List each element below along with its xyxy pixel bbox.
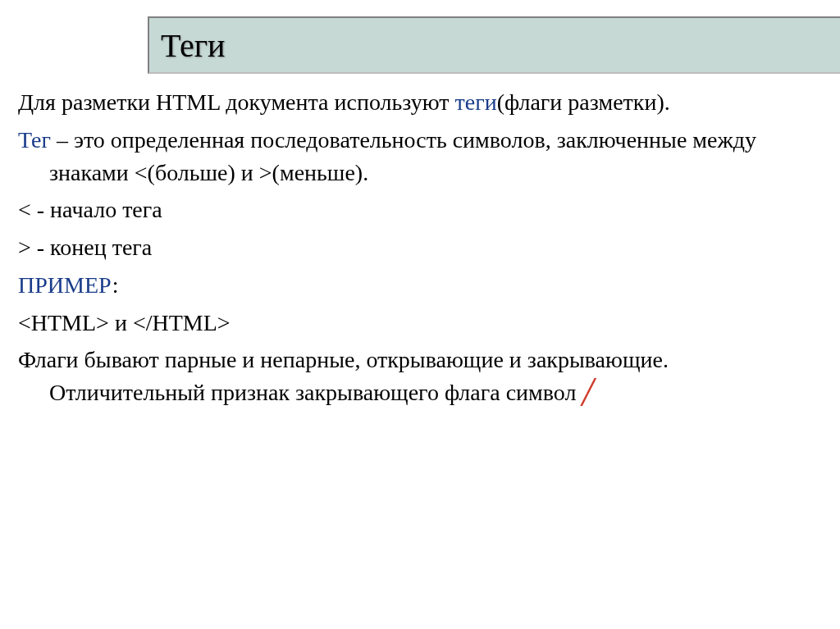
term-tags: теги (455, 89, 497, 115)
line-example-code: <HTML> и </HTML> (18, 307, 822, 340)
text: Для разметки HTML документа используют (18, 89, 455, 115)
line-start-tag: < - начало тега (18, 194, 822, 226)
line-end-tag: > - конец тега (18, 231, 822, 264)
text: – это определенная последовательность си… (49, 127, 756, 185)
label-example: ПРИМЕР (18, 272, 112, 298)
paragraph-definition: Тег – это определенная последовательност… (18, 124, 822, 189)
text: : (112, 272, 119, 298)
text: Флаги бывают парные и непарные, открываю… (18, 347, 669, 405)
title-bar: Теги (148, 16, 840, 74)
term-tag: Тег (18, 127, 51, 153)
text: (флаги разметки). (497, 89, 670, 115)
paragraph-flags: Флаги бывают парные и непарные, открываю… (18, 344, 822, 409)
paragraph-intro: Для разметки HTML документа используют т… (18, 86, 822, 119)
content-area: Для разметки HTML документа используют т… (18, 86, 822, 414)
slide-title: Теги (161, 26, 225, 65)
line-example-label: ПРИМЕР: (18, 269, 822, 302)
slash-symbol: / (582, 368, 593, 414)
